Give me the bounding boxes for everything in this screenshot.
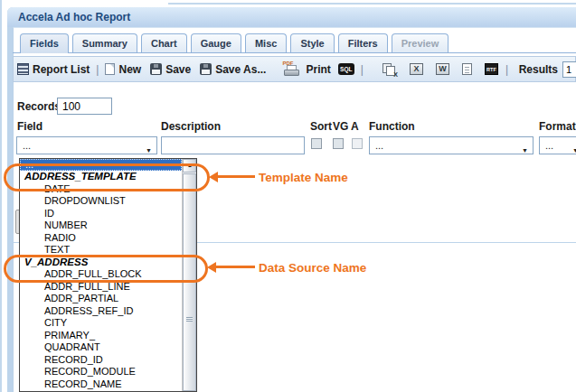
toolbar: Report List | New Save Save As... PDF Pr… (13, 56, 576, 82)
data-source-name-callout-oval (4, 255, 208, 283)
dropdown-option[interactable]: ADDR_PARTIAL (20, 293, 182, 305)
dropdown-option[interactable]: NUMBER (20, 219, 182, 232)
save-as-icon (200, 63, 212, 75)
dropdown-option[interactable]: RECORD_ID (20, 354, 182, 367)
tab-chart[interactable]: Chart (141, 33, 187, 52)
text-file-icon (462, 63, 472, 75)
results-input[interactable] (562, 61, 576, 78)
window-title: Accela Ad hoc Report (18, 11, 130, 23)
a-header: A (351, 120, 359, 133)
save-button[interactable]: Save (150, 63, 191, 76)
sort-header: Sort (310, 120, 332, 133)
tab-style[interactable]: Style (290, 33, 334, 52)
sql-button[interactable]: SQL (338, 63, 354, 75)
dropdown-option[interactable]: DROPDOWNLIST (20, 195, 182, 208)
print-label: Print (306, 63, 330, 76)
page-top-edge (168, 3, 576, 5)
dropdown-option[interactable]: QUADRANT (20, 341, 182, 354)
dropdown-option[interactable]: ADDRESS_REF_ID (20, 305, 182, 318)
toolbar-separator: | (505, 63, 508, 76)
field-header: Field (17, 120, 42, 133)
function-combobox[interactable]: ... (369, 136, 534, 154)
report-list-label: Report List (33, 63, 90, 76)
vg-checkbox[interactable] (333, 138, 344, 149)
export-xml-button[interactable]: X (382, 63, 397, 76)
dropdown-option[interactable]: RECORD_NAME (20, 378, 182, 391)
sql-icon: SQL (338, 63, 354, 75)
report-list-icon (17, 63, 29, 75)
vg-header: VG (333, 120, 348, 133)
template-name-callout-oval (4, 163, 210, 191)
results-group: Results (519, 61, 576, 78)
save-as-button[interactable]: Save As... (200, 63, 266, 76)
description-input[interactable] (161, 136, 305, 154)
function-header: Function (369, 120, 415, 133)
export-excel-button[interactable]: X (410, 63, 423, 75)
format-header: Format (539, 120, 576, 133)
screen: Accela Ad hoc Report Fields Summary Char… (0, 0, 576, 392)
export-rtf-button[interactable]: RTF (485, 63, 498, 75)
tab-summary[interactable]: Summary (72, 33, 137, 52)
description-header: Description (161, 120, 221, 133)
printer-body (284, 70, 299, 76)
save-as-label: Save As... (215, 63, 266, 76)
tab-preview: Preview (392, 33, 449, 52)
dropdown-option[interactable]: RECORD_MODULE (20, 366, 182, 378)
dropdown-option[interactable]: PRIMARY_ (20, 330, 182, 342)
a-checkbox[interactable] (352, 138, 363, 149)
new-document-icon (105, 63, 115, 75)
save-icon (150, 63, 162, 75)
new-button[interactable]: New (105, 63, 141, 76)
field-combobox[interactable]: ... (16, 136, 157, 154)
results-label: Results (519, 63, 558, 76)
window-titlebar: Accela Ad hoc Report (7, 7, 576, 27)
export-word-button[interactable]: W (436, 63, 449, 75)
export-x-mark: X (393, 71, 398, 78)
template-name-arrow-line (217, 175, 255, 178)
template-name-annotation: Template Name (259, 171, 348, 184)
tab-fields[interactable]: Fields (20, 33, 69, 53)
records-input[interactable] (57, 98, 112, 115)
toolbar-separator: | (96, 63, 99, 76)
toolbar-separator: | (361, 63, 364, 76)
tab-gauge[interactable]: Gauge (191, 33, 241, 52)
print-button[interactable]: PDF Print (282, 61, 330, 78)
tab-misc[interactable]: Misc (245, 33, 287, 52)
tab-filters[interactable]: Filters (338, 33, 388, 52)
print-pdf-icon: PDF (282, 61, 302, 78)
dropdown-option[interactable]: ID (20, 208, 182, 220)
scroll-thumb-grip (186, 317, 193, 322)
dropdown-option[interactable]: RADIO (20, 232, 182, 245)
save-label: Save (165, 63, 191, 76)
new-label: New (118, 63, 141, 76)
data-source-name-annotation: Data Source Name (259, 261, 366, 275)
tab-bar: Fields Summary Chart Gauge Misc Style Fi… (20, 33, 449, 53)
export-text-button[interactable] (462, 63, 472, 75)
page-left-edge (0, 0, 2, 392)
dropdown-option[interactable]: CITY (20, 317, 182, 330)
data-source-name-arrow-line (215, 266, 255, 268)
format-combobox[interactable]: ... (539, 136, 576, 154)
report-list-button[interactable]: Report List (17, 63, 90, 76)
records-label: Records (17, 100, 61, 113)
sort-checkbox[interactable] (311, 138, 322, 149)
xml-export-icon: X (382, 63, 397, 76)
rtf-icon: RTF (485, 63, 498, 75)
excel-icon: X (410, 63, 423, 75)
word-icon: W (436, 63, 449, 75)
